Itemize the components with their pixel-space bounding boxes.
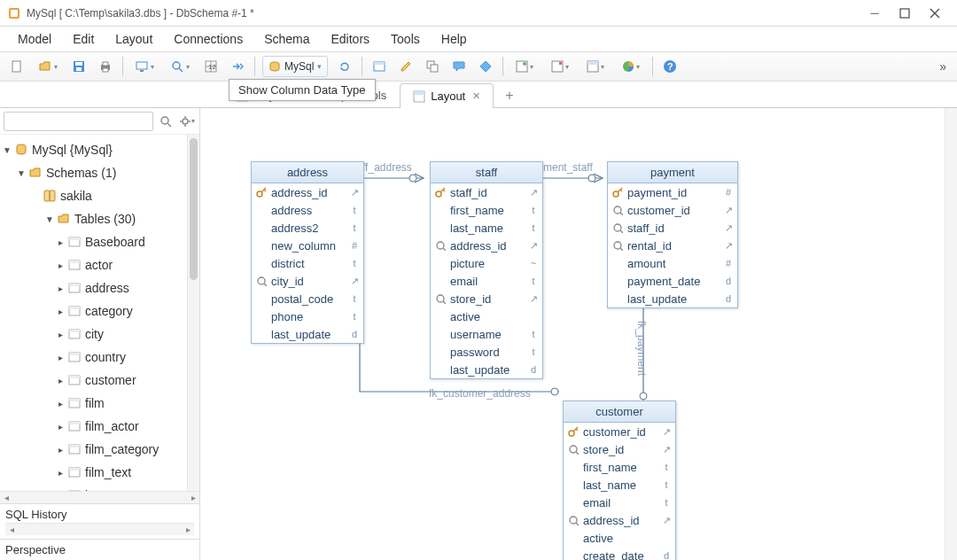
canvas-scrollbar[interactable] (945, 108, 957, 560)
sidebar-scrollbar[interactable] (187, 135, 199, 491)
menu-layout[interactable]: Layout (105, 28, 163, 50)
column-row[interactable]: first_name t (431, 201, 542, 219)
tree-tables[interactable]: ▼Tables (30) (2, 207, 198, 230)
table-icon[interactable] (369, 56, 390, 77)
close-button[interactable] (920, 0, 950, 27)
help-icon[interactable]: ? (659, 56, 681, 77)
new-icon[interactable] (6, 56, 27, 77)
sql-history-panel[interactable]: SQL History ◂▸ (0, 503, 199, 539)
column-row[interactable]: amount # (608, 254, 737, 272)
column-row[interactable]: payment_date d (608, 272, 737, 290)
open-icon[interactable] (33, 56, 63, 77)
tree-table-film_text[interactable]: ▸film_text (2, 461, 198, 484)
column-row[interactable]: staff_id ↗ (608, 219, 737, 237)
column-row[interactable]: active (564, 529, 675, 547)
comment-icon[interactable] (448, 56, 470, 77)
tree-table-category[interactable]: ▸category (2, 299, 198, 323)
column-row[interactable]: store_id ↗ (564, 440, 675, 458)
close-icon[interactable]: ✕ (472, 90, 480, 102)
column-row[interactable]: first_name t (564, 458, 675, 476)
tree-table-city[interactable]: ▸city (2, 323, 198, 346)
column-row[interactable]: last_name t (431, 219, 542, 237)
column-row[interactable]: address_id ↗ (431, 237, 542, 254)
db-selector[interactable]: MySql (262, 56, 328, 77)
tree-table-inventory[interactable]: ▸inventory (2, 484, 198, 491)
search-input[interactable] (4, 112, 153, 131)
entity-payment[interactable]: payment payment_id # customer_id ↗ staff… (607, 161, 738, 308)
menu-connections[interactable]: Connections (163, 28, 253, 50)
diamond-icon[interactable] (475, 56, 496, 77)
search-icon[interactable] (157, 113, 175, 130)
column-row[interactable]: address t (252, 201, 363, 219)
tree-table-film[interactable]: ▸film (2, 392, 198, 415)
column-row[interactable]: address_id ↗ (564, 511, 675, 529)
tree-table-actor[interactable]: ▸actor (2, 253, 198, 276)
entity-customer[interactable]: customer customer_id ↗ store_id ↗ first_… (563, 401, 676, 560)
tree-table-country[interactable]: ▸country (2, 346, 198, 369)
column-row[interactable]: store_id ↗ (431, 290, 542, 307)
column-row[interactable]: active (431, 307, 542, 325)
minimize-button[interactable]: ─ (860, 0, 890, 27)
column-row[interactable]: create_date d (564, 547, 675, 560)
column-row[interactable]: city_id ↗ (252, 272, 363, 290)
panel2-icon[interactable] (545, 56, 575, 77)
column-row[interactable]: customer_id ↗ (608, 201, 737, 219)
column-row[interactable]: postal_code t (252, 290, 363, 307)
panel1-icon[interactable] (510, 56, 540, 77)
tree-table-Baseboard[interactable]: ▸Baseboard (2, 230, 198, 253)
monitor-icon[interactable] (129, 56, 160, 77)
column-row[interactable]: address2 t (252, 219, 363, 237)
panel3-icon[interactable] (580, 56, 611, 77)
entity-address[interactable]: address address_id ↗ address t address2 … (251, 161, 364, 344)
perspective-panel[interactable]: Perspective (0, 539, 199, 560)
tree-table-customer[interactable]: ▸customer (2, 369, 198, 392)
column-row[interactable]: password t (431, 343, 542, 361)
tab-layout[interactable]: Layout ✕ (400, 83, 494, 108)
column-row[interactable]: phone t (252, 307, 363, 325)
duplicate-icon[interactable] (422, 56, 443, 77)
print-icon[interactable] (95, 56, 116, 77)
sidebar-hscroll[interactable]: ◂▸ (0, 491, 199, 503)
grid-icon[interactable]: 12 (200, 56, 222, 77)
column-row[interactable]: last_update d (431, 361, 542, 378)
column-row[interactable]: payment_id # (608, 183, 737, 201)
maximize-button[interactable] (890, 0, 920, 27)
tree-schema-sakila[interactable]: sakila (2, 184, 198, 207)
toolbar-overflow[interactable]: » (932, 59, 953, 74)
column-row[interactable]: rental_id ↗ (608, 237, 737, 254)
tree-table-film_category[interactable]: ▸film_category (2, 438, 198, 461)
column-row[interactable]: customer_id ↗ (564, 423, 675, 440)
column-row[interactable]: email t (431, 272, 542, 290)
column-row[interactable]: staff_id ↗ (431, 183, 542, 201)
tree-schemas[interactable]: ▼Schemas (1) (2, 161, 198, 184)
column-row[interactable]: last_update d (252, 325, 363, 343)
column-row[interactable]: picture ~ (431, 254, 542, 272)
menu-model[interactable]: Model (7, 28, 62, 50)
save-icon[interactable] (68, 56, 89, 77)
menu-schema[interactable]: Schema (253, 28, 320, 50)
gear-icon[interactable]: ▾ (178, 113, 196, 130)
diagram-canvas[interactable]: ff_address ment_staff fk_customer_addres… (200, 108, 957, 560)
column-row[interactable]: last_update d (608, 290, 737, 307)
tree-table-film_actor[interactable]: ▸film_actor (2, 415, 198, 438)
column-row[interactable]: last_name t (564, 476, 675, 494)
menu-edit[interactable]: Edit (62, 28, 105, 50)
refresh-icon[interactable] (334, 56, 355, 77)
forward-icon[interactable] (227, 56, 248, 77)
tree-root[interactable]: ▼MySql {MySql} (2, 138, 198, 161)
menu-editors[interactable]: Editors (321, 28, 381, 50)
menu-tools[interactable]: Tools (380, 28, 431, 50)
pencil-icon[interactable] (395, 56, 416, 77)
sql-history-hscroll[interactable]: ◂▸ (5, 523, 194, 535)
column-row[interactable]: username t (431, 325, 542, 343)
column-row[interactable]: address_id ↗ (252, 183, 363, 201)
pie-icon[interactable] (616, 56, 646, 77)
tree-table-address[interactable]: ▸address (2, 276, 198, 299)
tab-add[interactable]: + (494, 82, 525, 107)
column-row[interactable]: district t (252, 254, 363, 272)
menu-help[interactable]: Help (431, 28, 478, 50)
column-row[interactable]: new_column # (252, 237, 363, 254)
entity-staff[interactable]: staff staff_id ↗ first_name t last_name … (430, 161, 543, 379)
column-row[interactable]: email t (564, 494, 675, 511)
zoom-icon[interactable] (165, 56, 195, 77)
